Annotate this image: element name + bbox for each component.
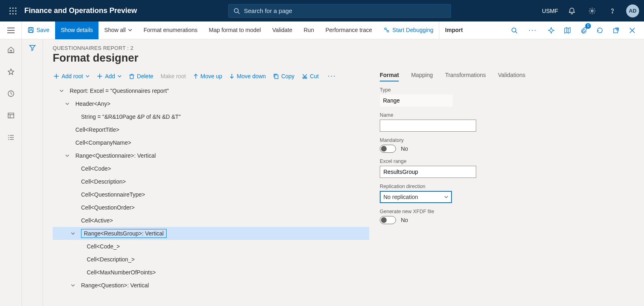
- tree-node-label: String = "&R&10Page &P of &N &D &T": [81, 113, 181, 120]
- gear-icon[interactable]: [586, 4, 599, 17]
- search-icon: [233, 8, 240, 14]
- tree-node-label: Range<Questionnaire>: Vertical: [75, 152, 156, 159]
- close-icon[interactable]: [626, 24, 638, 36]
- add-root-button[interactable]: Add root: [53, 73, 90, 79]
- global-search[interactable]: [228, 4, 451, 18]
- recent-icon[interactable]: [4, 87, 17, 100]
- bell-icon[interactable]: [565, 4, 578, 17]
- delete-button[interactable]: Delete: [129, 73, 153, 79]
- excel-range-field[interactable]: [380, 166, 476, 178]
- map-format-button[interactable]: Map format to model: [203, 21, 266, 39]
- tree-node-label: Cell<QuestionnaireType>: [81, 191, 145, 198]
- tab-transformations[interactable]: Transformations: [445, 72, 486, 81]
- plus-icon: [97, 73, 103, 79]
- tree-node[interactable]: Header<Any>: [53, 97, 369, 110]
- home-icon[interactable]: [4, 43, 17, 56]
- tree-node[interactable]: Cell<Description_>: [53, 253, 369, 266]
- svg-line-22: [516, 32, 517, 33]
- star-icon[interactable]: [4, 65, 17, 78]
- svg-point-7: [12, 13, 13, 14]
- format-enumerations-button[interactable]: Format enumerations: [138, 21, 203, 39]
- tab-mapping[interactable]: Mapping: [411, 72, 433, 81]
- chevron-down-icon: [128, 29, 132, 31]
- overflow-more-icon[interactable]: ···: [524, 26, 541, 34]
- map-icon[interactable]: [561, 24, 573, 36]
- breadcrumb: QUESTIONNAIRES REPORT : 2: [53, 45, 635, 51]
- copy-button[interactable]: Copy: [273, 73, 295, 79]
- tree-node[interactable]: Range<Question>: Vertical: [53, 279, 369, 292]
- tree-node[interactable]: String = "&R&10Page &P of &N &D &T": [53, 110, 369, 123]
- tree-node[interactable]: Cell<CompanyName>: [53, 136, 369, 149]
- make-root-button: Make root: [160, 73, 186, 79]
- tree-node[interactable]: Report: Excel = "Questionnaires report": [53, 84, 369, 97]
- workspace-icon[interactable]: [4, 109, 17, 122]
- tree-node-label: Cell<Description>: [81, 178, 126, 185]
- tree-node[interactable]: Cell<QuestionnaireType>: [53, 188, 369, 201]
- tree-node[interactable]: Cell<Active>: [53, 214, 369, 227]
- mandatory-label: Mandatory: [380, 137, 635, 143]
- copy-icon: [273, 73, 279, 79]
- tree-node[interactable]: Cell<Code>: [53, 162, 369, 175]
- arrow-up-icon: [193, 73, 198, 79]
- global-search-input[interactable]: [244, 7, 446, 14]
- move-down-button[interactable]: Move down: [229, 73, 266, 79]
- type-label: Type: [380, 87, 635, 93]
- tree-node-label: Range<Question>: Vertical: [81, 282, 149, 289]
- funnel-icon[interactable]: [29, 44, 36, 306]
- mandatory-toggle[interactable]: [380, 145, 396, 153]
- arrow-down-icon: [229, 73, 234, 79]
- add-button[interactable]: Add: [97, 73, 122, 79]
- tree-node[interactable]: Range<ResultsGroup>: Vertical: [53, 227, 369, 240]
- save-button[interactable]: Save: [22, 21, 55, 39]
- tree-node[interactable]: Cell<ReportTitle>: [53, 123, 369, 136]
- app-launcher-icon[interactable]: [5, 3, 21, 19]
- popout-icon[interactable]: [610, 24, 622, 36]
- performance-trace-button[interactable]: Performance trace: [320, 21, 378, 39]
- name-field[interactable]: [380, 120, 476, 132]
- run-button[interactable]: Run: [298, 21, 320, 39]
- tree-node-label: Cell<MaxNumberOfPoints>: [87, 269, 156, 276]
- attachments-icon[interactable]: 0: [578, 24, 590, 36]
- copilot-icon[interactable]: [545, 24, 557, 36]
- tree-caret-icon[interactable]: [58, 89, 66, 93]
- tab-format[interactable]: Format: [380, 72, 399, 81]
- company-code[interactable]: USMF: [542, 8, 558, 14]
- validate-button[interactable]: Validate: [267, 21, 298, 39]
- format-tree[interactable]: Report: Excel = "Questionnaires report"H…: [53, 84, 371, 306]
- tree-node[interactable]: Range<Questionnaire>: Vertical: [53, 149, 369, 162]
- import-button[interactable]: Import: [439, 21, 469, 39]
- svg-point-0: [9, 7, 11, 9]
- start-debugging-button[interactable]: Start Debugging: [378, 21, 439, 39]
- xfdf-toggle[interactable]: [380, 216, 396, 224]
- tree-node[interactable]: Cell<QuestionOrder>: [53, 201, 369, 214]
- tree-caret-icon[interactable]: [63, 102, 71, 106]
- move-up-button[interactable]: Move up: [193, 73, 223, 79]
- chevron-down-icon: [86, 75, 90, 77]
- left-rail: [0, 39, 22, 306]
- tree-node-label: Header<Any>: [75, 101, 110, 107]
- cut-button[interactable]: Cut: [302, 73, 319, 79]
- tree-node[interactable]: Cell<Code_>: [53, 240, 369, 253]
- modules-icon[interactable]: [4, 131, 17, 144]
- tree-node[interactable]: Cell<MaxNumberOfPoints>: [53, 266, 369, 279]
- replication-select[interactable]: No replication: [380, 191, 452, 203]
- svg-rect-17: [30, 28, 32, 29]
- svg-point-20: [387, 30, 389, 32]
- svg-rect-28: [10, 50, 12, 53]
- tree-caret-icon[interactable]: [69, 231, 77, 235]
- svg-rect-46: [275, 75, 278, 79]
- search-icon[interactable]: [508, 24, 520, 36]
- tree-node[interactable]: Cell<Description>: [53, 175, 369, 188]
- help-icon[interactable]: [606, 4, 619, 17]
- tab-validations[interactable]: Validations: [498, 72, 525, 81]
- show-details-button[interactable]: Show details: [55, 21, 98, 39]
- svg-rect-18: [29, 30, 32, 32]
- show-all-button[interactable]: Show all: [98, 21, 138, 39]
- tree-toolbar-more[interactable]: ···: [326, 72, 338, 80]
- avatar[interactable]: AD: [626, 4, 639, 17]
- tree-caret-icon[interactable]: [69, 283, 77, 287]
- svg-point-19: [385, 28, 386, 29]
- refresh-icon[interactable]: [594, 24, 606, 36]
- hamburger-icon[interactable]: [0, 21, 22, 39]
- tree-caret-icon[interactable]: [63, 154, 71, 158]
